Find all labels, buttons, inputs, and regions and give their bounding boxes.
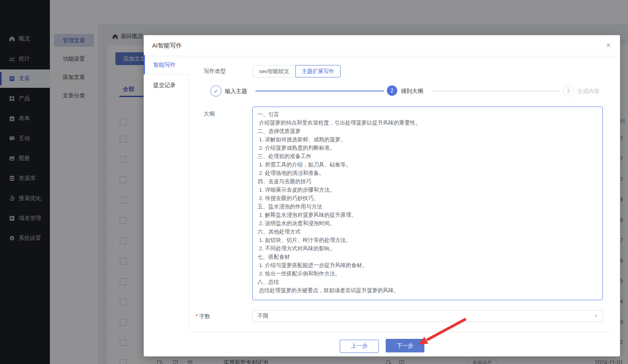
footer-divider xyxy=(192,332,611,332)
close-icon[interactable]: × xyxy=(603,40,614,50)
outline-label: 大纲 xyxy=(204,111,215,118)
modal-tab-smart-writing[interactable]: 智能写作 xyxy=(153,61,176,69)
step-1-label: 输入主题 xyxy=(225,88,247,95)
writing-type-option-topic[interactable]: 主题扩展写作 xyxy=(295,65,341,77)
modal-tab-submit-records[interactable]: 提交记录 xyxy=(153,82,176,89)
step-2-circle: 2 xyxy=(387,85,397,96)
writing-type-option-seo[interactable]: seo智能软文 xyxy=(253,65,296,77)
screen: 概况 统计 文章 产品 表单 互动 图册 资源库 xyxy=(0,0,628,364)
required-asterisk: * xyxy=(196,313,198,319)
modal-header-divider xyxy=(144,56,620,56)
ai-writing-modal: AI智能写作 × 智能写作 提交记录 写作类型 seo智能软文 主题扩展写作 ✓… xyxy=(144,35,620,356)
step-1-circle: ✓ xyxy=(210,85,222,97)
step-2-label: 得到大纲 xyxy=(401,88,423,95)
step-3-circle: 3 xyxy=(563,85,574,97)
step-line-pending xyxy=(432,91,559,91)
wordcount-label: *字数 xyxy=(196,313,210,320)
step-3-label: 生成内容 xyxy=(577,88,600,95)
next-step-button[interactable]: 下一步 xyxy=(386,339,424,352)
writing-type-label: 写作类型 xyxy=(204,68,226,75)
writing-type-group: seo智能软文 主题扩展写作 xyxy=(253,65,341,77)
prev-step-button[interactable]: 上一步 xyxy=(340,340,379,353)
modal-tab-active-bar xyxy=(144,55,145,74)
modal-tab-divider-v xyxy=(188,74,189,332)
wordcount-selected-value: 不限 xyxy=(258,313,268,320)
chevron-down-icon: ∨ xyxy=(594,313,598,318)
wordcount-select[interactable]: 不限 ∨ xyxy=(252,310,603,322)
outline-textarea[interactable]: 一、引言 介绍菠萝的特点和受欢迎程度，引出处理菠萝以提升风味的重要性。 二、选择… xyxy=(252,107,603,300)
step-line-done xyxy=(256,91,384,91)
modal-title: AI智能写作 xyxy=(152,35,182,56)
modal-tab-divider-h xyxy=(144,74,188,75)
